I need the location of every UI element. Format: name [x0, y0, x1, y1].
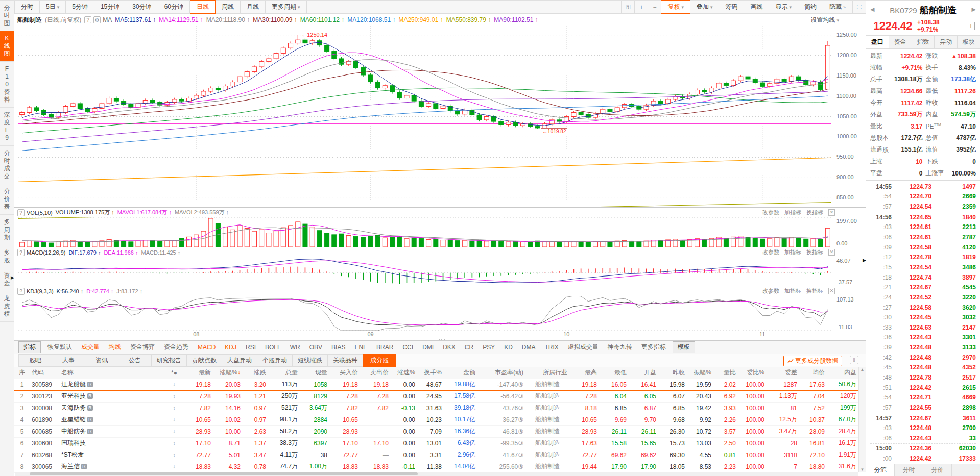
column-header-涨速%[interactable]: 涨速% — [391, 367, 417, 379]
indicator-tab-BRAR[interactable]: BRAR — [372, 343, 398, 352]
column-header-最新[interactable]: 最新 — [183, 367, 213, 379]
column-header-总量[interactable]: 总量 — [268, 367, 300, 379]
news-tab-短线涨跌[interactable]: 短线涨跌 — [292, 354, 328, 367]
tool-button-叠加[interactable]: 叠加▾ — [690, 1, 720, 13]
column-header-最高[interactable]: 最高 — [569, 367, 599, 379]
pane-action-换指标[interactable]: 换指标 — [806, 209, 823, 216]
period-button-分时[interactable]: 分时 — [15, 1, 40, 13]
splitter-grip[interactable] — [438, 339, 445, 342]
column-header-涨幅%[interactable]: 涨幅%↓ — [213, 367, 243, 379]
table-row[interactable]: 6300600国瑞科技↕17.108.711.3738.3万639717.101… — [14, 437, 858, 449]
indicator-tab-成交量[interactable]: 成交量 — [77, 342, 104, 353]
period-button-月线[interactable]: 月线 — [241, 1, 266, 13]
zoom-out-icon[interactable]: − — [648, 1, 661, 13]
indicator-tab-DMI[interactable]: DMI — [418, 343, 438, 352]
close-icon[interactable]: ✕ — [828, 249, 835, 256]
table-row[interactable]: 7603268*ST松发↕72.775.013.474.11万3872.77—0… — [14, 449, 858, 461]
news-tab-股吧[interactable]: 股吧 — [18, 354, 52, 367]
panel-tab-盘口[interactable]: 盘口 — [866, 36, 889, 48]
table-vscrollbar[interactable]: ▲ ▼ — [858, 367, 866, 472]
column-header-开盘[interactable]: 开盘 — [629, 367, 658, 379]
news-tab-贡献点数[interactable]: 贡献点数 — [186, 354, 222, 367]
sidebar-item-龙虎榜[interactable]: 龙虎榜 — [0, 291, 14, 322]
period-button-5分钟[interactable]: 5分钟 — [66, 1, 94, 13]
table-row[interactable]: 2300123亚光科技R↕7.2819.931.21250万81297.287.… — [14, 390, 858, 402]
period-button-5日[interactable]: 5日▾ — [40, 1, 66, 13]
tool-button-筹码[interactable]: 筹码 — [719, 1, 744, 13]
period-button-日线[interactable]: 日线 — [190, 0, 216, 14]
tool-button-简约[interactable]: 简约 — [798, 1, 823, 13]
column-header-所属行业[interactable]: 所属行业 — [525, 367, 569, 379]
help-icon[interactable]: ? — [17, 249, 25, 256]
indicator-tab-PSY[interactable]: PSY — [478, 343, 499, 352]
panel-tab-异动[interactable]: 异动 — [935, 36, 958, 48]
column-header-名称[interactable]: 名称 — [59, 367, 165, 379]
table-row[interactable]: 4601890亚星锚链R↕10.6510.020.9798.1万288410.6… — [14, 414, 858, 425]
period-button-更多周期[interactable]: 更多周期▾ — [266, 1, 307, 13]
period-button-60分钟[interactable]: 60分钟 — [158, 1, 190, 13]
indicator-tab-恢复默认[interactable]: 恢复默认 — [43, 342, 77, 353]
next-stock-icon[interactable]: ▶ — [972, 6, 976, 13]
table-row[interactable]: 1300589江龙船艇R↕19.1820.033.20113万105819.18… — [14, 379, 858, 390]
indicator-tab-MACD[interactable]: MACD — [193, 343, 220, 352]
more-constituents-button[interactable]: 更多成分股数据 — [783, 356, 842, 366]
column-header-振幅%[interactable]: 振幅% — [687, 367, 713, 379]
tool-button-隐藏[interactable]: 隐藏» — [823, 1, 852, 13]
period-button-周线[interactable]: 周线 — [216, 1, 241, 13]
table-row[interactable]: 8300065海兰信R↕18.834.320.7874.7万1.00万18.83… — [14, 461, 858, 472]
indicator-tab-更多指标[interactable]: 更多指标 — [637, 342, 671, 353]
sidebar-item-K线图[interactable]: K线图 — [0, 31, 14, 62]
cell-name[interactable]: 海兰信R — [59, 461, 165, 472]
column-header-委比%[interactable]: 委比% — [738, 367, 767, 379]
indicator-tab-OBV[interactable]: OBV — [305, 343, 327, 352]
panel-tab-指数[interactable]: 指数 — [912, 36, 935, 48]
indicator-tab-RSI[interactable]: RSI — [241, 343, 260, 352]
help-icon[interactable]: ? — [84, 16, 91, 23]
news-tab-大事[interactable]: 大事 — [52, 354, 85, 367]
indicator-tab-KD[interactable]: KD — [499, 343, 517, 352]
indicator-tab-CR[interactable]: CR — [460, 343, 478, 352]
pane-action-换指标[interactable]: 换指标 — [806, 287, 823, 295]
pane-action-改参数[interactable]: 改参数 — [762, 287, 779, 295]
bottom-tab-分笔[interactable]: 分笔 — [866, 464, 895, 476]
gear-icon[interactable]: ⚙ — [93, 16, 101, 23]
column-header-买入价[interactable]: 买入价 — [329, 367, 360, 379]
pane-action-改参数[interactable]: 改参数 — [762, 209, 779, 216]
cell-name[interactable]: 亚星锚链R — [59, 414, 165, 425]
indicator-tab-指标[interactable]: 指标 — [18, 341, 41, 353]
news-tab-资讯[interactable]: 资讯 — [85, 354, 118, 367]
export-data-icon[interactable]: ⇩ — [850, 356, 858, 364]
tool-button-复权[interactable]: 复权▾ — [661, 0, 690, 14]
scroll-up-icon[interactable]: ▲ — [861, 367, 865, 372]
sidebar-item-分时图[interactable]: 分时图 — [0, 1, 14, 31]
news-tab-个股异动[interactable]: 个股异动 — [257, 354, 293, 367]
indicator-tab-均线[interactable]: 均线 — [104, 342, 126, 353]
column-header-现量[interactable]: 现量 — [300, 367, 329, 379]
cell-name[interactable]: 天海防务R — [59, 402, 165, 414]
news-tab-公告[interactable]: 公告 — [118, 354, 152, 367]
indicator-tab-资金趋势[interactable]: 资金趋势 — [159, 342, 193, 353]
sidebar-collapse-handle[interactable]: ▶ — [11, 275, 14, 280]
lock-icon[interactable]: ⚿ — [621, 1, 634, 13]
tool-button-显示[interactable]: 显示▾ — [769, 1, 798, 13]
period-button-15分钟[interactable]: 15分钟 — [94, 1, 126, 13]
column-header-卖出价[interactable]: 卖出价 — [360, 367, 391, 379]
table-row[interactable]: 3300008天海防务R↕7.8214.160.97521万3.64万7.827… — [14, 402, 858, 414]
add-to-watchlist-button[interactable]: + — [967, 22, 975, 30]
indicator-tab-BOLL[interactable]: BOLL — [260, 343, 285, 352]
news-tab-大盘异动[interactable]: 大盘异动 — [222, 354, 257, 367]
indicator-tab-资金博弈[interactable]: 资金博弈 — [126, 342, 159, 353]
column-header-最低[interactable]: 最低 — [599, 367, 629, 379]
help-icon[interactable]: ? — [17, 209, 25, 216]
close-icon[interactable]: ✕ — [828, 288, 835, 294]
indicator-tab-TRIX[interactable]: TRIX — [540, 343, 563, 352]
pane-action-加指标[interactable]: 加指标 — [784, 287, 801, 295]
indicator-tab-CCI[interactable]: CCI — [398, 343, 418, 352]
indicator-tab-BIAS[interactable]: BIAS — [327, 343, 350, 352]
panel-tab-板块[interactable]: 板块 — [958, 36, 980, 48]
indicator-tab-虚拟成交量[interactable]: 虚拟成交量 — [563, 342, 603, 353]
panel-collapse-handle[interactable]: ▶ — [863, 258, 866, 263]
indicator-tab-DMA[interactable]: DMA — [517, 343, 540, 352]
bottom-tab-分价[interactable]: 分价 — [923, 464, 952, 476]
period-button-30分钟[interactable]: 30分钟 — [126, 1, 158, 13]
